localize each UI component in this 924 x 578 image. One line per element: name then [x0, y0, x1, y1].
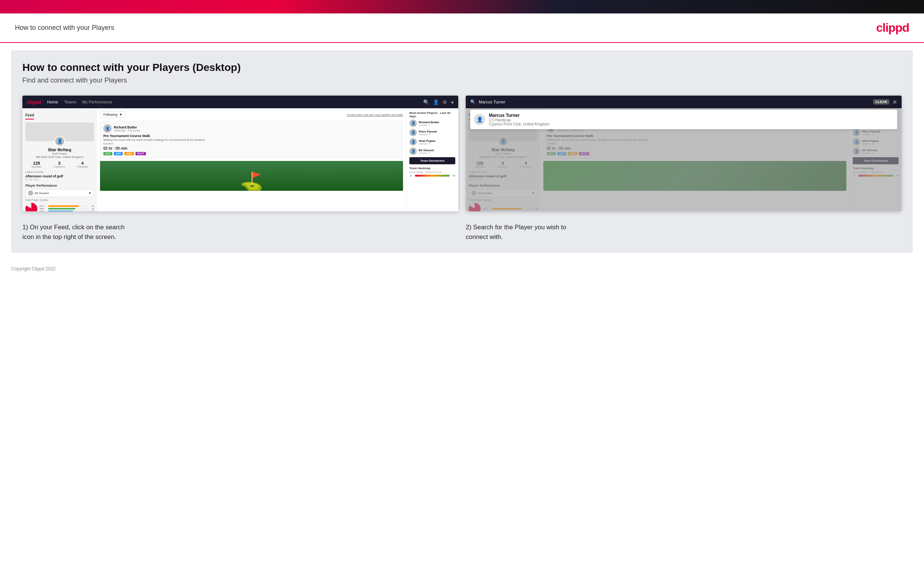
- player-sub-3: Activities: 3: [419, 143, 435, 145]
- profile-name: Blair McHarg: [25, 148, 94, 152]
- heatmap-bar: -5 +5: [409, 174, 455, 177]
- search-result-info: Marcus Turner 1.5 Handicap Cypress Point…: [489, 113, 893, 126]
- right-panel-title: Most Active Players - Last 30 days: [409, 111, 455, 118]
- search-result-handicap: 1.5 Handicap: [489, 118, 893, 122]
- hero-title: How to connect with your Players (Deskto…: [23, 62, 901, 73]
- activity-avatar: 👤: [104, 124, 112, 133]
- player-avatar-3: 👤: [409, 138, 417, 146]
- selected-player: Eli Vincent: [35, 192, 49, 195]
- following-row: Following ▼ Control who can see your act…: [100, 111, 403, 118]
- nav-home[interactable]: Home: [47, 100, 58, 104]
- following-label: Following: [77, 166, 88, 168]
- player-sub-2: Activities: 4: [419, 133, 437, 136]
- nav-my-performance[interactable]: My Performance: [82, 100, 112, 104]
- search-result-avatar: 👤: [474, 114, 485, 125]
- screenshot-1: clippd Home Teams My Performance 🔍 👤 ⚙ ●: [23, 96, 458, 211]
- search-icon[interactable]: 🔍: [423, 99, 429, 105]
- user-icon[interactable]: 👤: [433, 99, 439, 105]
- ott-tag: OTT: [40, 205, 47, 207]
- screenshots-row: clippd Home Teams My Performance 🔍 👤 ⚙ ●: [23, 96, 901, 211]
- app-sidebar-1: Feed 👤 Blair McHarg Golf Coach Mill Ride…: [23, 108, 97, 211]
- page-title: How to connect with your Players: [15, 24, 114, 32]
- following-dropdown[interactable]: Following ▼: [100, 111, 126, 118]
- player-list-item-1: 👤 Richard Butler Activities: 7: [409, 120, 455, 127]
- following-count: 4: [77, 161, 88, 166]
- latest-activity-date: 27 Jul 2022: [25, 178, 94, 181]
- player-avatar-4: 👤: [409, 148, 417, 155]
- player-name-4: Eli Vincent: [419, 149, 434, 152]
- activity-card: 👤 Richard Butler Yesterday · The Grove P…: [100, 121, 403, 159]
- player-sub-4: Activities: 1: [419, 152, 434, 154]
- activity-desc: Walking the course with my coach to buil…: [104, 138, 400, 141]
- activity-image: ⛳: [100, 161, 403, 191]
- player-avatar-2: 👤: [409, 129, 417, 136]
- app-tag: APP: [40, 208, 47, 210]
- top-bar: [0, 0, 924, 13]
- feed-tab[interactable]: Feed: [25, 113, 34, 120]
- control-link[interactable]: Control who can see your activity and da…: [347, 113, 403, 117]
- latest-activity-label: Latest Activity: [25, 170, 94, 174]
- tag-ott: OTT: [104, 152, 112, 155]
- score-value: 84: [29, 207, 33, 211]
- player-list-item-4: 👤 Eli Vincent Activities: 1: [409, 148, 455, 155]
- activity-when: Yesterday · The Grove: [114, 129, 140, 132]
- shot-tags: OTT APP ARG PUTT: [104, 152, 400, 155]
- profile-club: Mill Ride Golf Club, United Kingdom: [25, 155, 94, 159]
- player-sub-1: Activities: 7: [419, 124, 439, 126]
- search-result-club: Cypress Point Club, United Kingdom: [489, 122, 893, 126]
- activity-title: Pre Tournament Course Walk: [104, 134, 400, 138]
- caption-1: 1) On your Feed, click on the searchicon…: [23, 222, 458, 242]
- following-label: Following: [104, 113, 118, 117]
- search-bar: 🔍 Marcus Turner CLEAR ✕: [466, 96, 901, 108]
- heatmap-bar-fill: [415, 175, 450, 177]
- player-select[interactable]: Eli Vincent ▼: [25, 189, 94, 197]
- profile-banner: 👤: [25, 122, 94, 141]
- nav-teams[interactable]: Teams: [64, 100, 76, 104]
- copyright: Copyright Clippd 2022: [11, 266, 56, 271]
- close-icon[interactable]: ✕: [892, 99, 897, 106]
- screenshot-2: clippd Home Teams My Performance 🔍 👤 ⚙ ●…: [466, 96, 901, 211]
- footer: Copyright Clippd 2022: [0, 260, 924, 278]
- player-name-2: Piers Parnell: [419, 130, 437, 133]
- caption-text-2: 2) Search for the Player you wish toconn…: [466, 222, 901, 242]
- search-result-dropdown[interactable]: 👤 Marcus Turner 1.5 Handicap Cypress Poi…: [470, 110, 897, 129]
- activity-person: Richard Butler: [114, 125, 140, 129]
- avatar-icon[interactable]: ●: [451, 99, 454, 105]
- arg-tag: ARG: [40, 210, 47, 211]
- score-circle: 84: [25, 203, 37, 211]
- activity-duration-label: Duration: [104, 142, 400, 145]
- golfer-figure: ⛳: [240, 171, 263, 191]
- clippd-logo: clippd: [876, 21, 909, 35]
- settings-icon[interactable]: ⚙: [443, 99, 447, 105]
- mock-app-1: clippd Home Teams My Performance 🔍 👤 ⚙ ●: [23, 96, 458, 211]
- search-bar-icon: 🔍: [470, 99, 476, 104]
- player-list-item-3: 👤 Hiral Pujara Activities: 3: [409, 138, 455, 146]
- clear-button[interactable]: CLEAR: [873, 99, 889, 104]
- tag-app: APP: [114, 152, 123, 155]
- main-content: How to connect with your Players (Deskto…: [11, 50, 913, 253]
- profile-role: Golf Coach: [25, 152, 94, 155]
- app-logo-1: clippd: [27, 99, 41, 105]
- followers-label: Followers: [54, 166, 65, 168]
- caption-text-1: 1) On your Feed, click on the searchicon…: [23, 222, 458, 242]
- player-performance-label: Player Performance: [25, 184, 94, 187]
- app-main-feed: Following ▼ Control who can see your act…: [97, 108, 406, 211]
- quality-label: Total Player Quality: [25, 199, 94, 201]
- header: How to connect with your Players clippd: [0, 13, 924, 43]
- mock-app-2: clippd Home Teams My Performance 🔍 👤 ⚙ ●…: [466, 96, 901, 211]
- tag-putt: PUTT: [136, 152, 146, 155]
- team-dashboard-btn[interactable]: Team Dashboard: [409, 157, 455, 164]
- activity-duration: 02 hr : 00 min: [104, 146, 400, 151]
- profile-stats: 129 Activities 3 Followers 4 Following: [25, 161, 94, 168]
- team-heatmap-label: Team Heatmap: [409, 167, 455, 170]
- app-feed-1: Feed 👤 Blair McHarg Golf Coach Mill Ride…: [23, 108, 458, 211]
- search-query[interactable]: Marcus Turner: [479, 100, 870, 104]
- dropdown-arrow: ▼: [119, 113, 122, 117]
- player-name-3: Hiral Pujara: [419, 139, 435, 143]
- player-avatar-1: 👤: [409, 120, 417, 127]
- latest-activity-text: Afternoon round of golf: [25, 174, 94, 178]
- player-list-item-2: 👤 Piers Parnell Activities: 4: [409, 129, 455, 136]
- activity-card-header: 👤 Richard Butler Yesterday · The Grove: [104, 124, 400, 133]
- player-select-avatar: [28, 190, 33, 196]
- heatmap-sub: Player Quality · 20 Round Trend: [409, 171, 455, 173]
